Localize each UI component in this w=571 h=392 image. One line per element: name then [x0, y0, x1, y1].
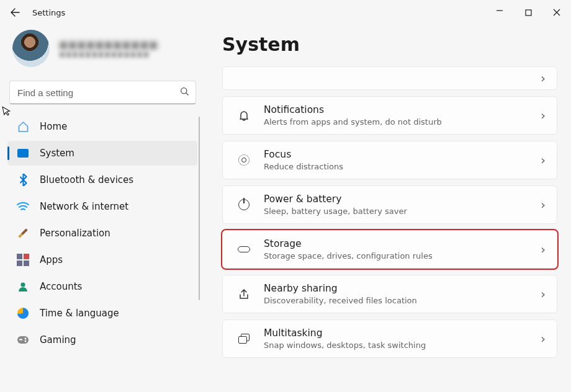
sidebar-item-gaming[interactable]: Gaming [7, 327, 197, 352]
focus-icon [235, 154, 253, 166]
page-heading: System [222, 33, 557, 55]
window-minimize-button[interactable] [485, 0, 514, 23]
sidebar-item-label: Network & internet [40, 201, 128, 212]
sidebar-item-label: Apps [40, 254, 63, 265]
settings-card-truncated[interactable]: › [222, 66, 557, 90]
card-title: Multitasking [264, 327, 541, 339]
svg-rect-8 [19, 339, 22, 341]
cursor-icon [1, 105, 12, 120]
sidebar-item-system[interactable]: System [7, 141, 197, 166]
chevron-right-icon: › [541, 153, 546, 167]
user-account-button[interactable]: ■■■■■■■■■■■ ■■■■■■■■■■■■■■ [6, 25, 199, 78]
card-subtitle: Sleep, battery usage, battery saver [264, 207, 541, 216]
sidebar-item-apps[interactable]: Apps [7, 247, 197, 272]
settings-card-power[interactable]: Power & battery Sleep, battery usage, ba… [222, 185, 557, 224]
sidebar-item-time[interactable]: Time & language [7, 301, 197, 326]
card-title: Focus [264, 149, 541, 161]
search-input[interactable] [16, 87, 180, 99]
search-box[interactable] [9, 81, 196, 104]
avatar [12, 30, 50, 67]
chevron-right-icon: › [541, 197, 546, 212]
settings-card-focus[interactable]: Focus Reduce distractions › [222, 141, 557, 179]
chevron-right-icon: › [541, 331, 546, 346]
sidebar-item-network[interactable]: Network & internet [7, 194, 197, 219]
time-icon [16, 306, 30, 320]
svg-point-4 [20, 282, 25, 287]
sidebar-item-personalization[interactable]: Personalization [7, 221, 197, 246]
sidebar-nav: Home System Bluetooth & devices Network … [6, 114, 199, 352]
user-email: ■■■■■■■■■■■■■■ [59, 50, 158, 58]
back-button[interactable] [5, 2, 25, 22]
svg-rect-1 [526, 10, 531, 16]
settings-card-nearby[interactable]: Nearby sharing Discoverability, received… [222, 275, 557, 313]
sidebar-scrollbar[interactable] [199, 117, 200, 300]
settings-card-storage[interactable]: Storage Storage space, drives, configura… [222, 230, 557, 269]
svg-rect-5 [17, 336, 29, 344]
sidebar-item-label: System [40, 148, 74, 159]
card-title: Nearby sharing [264, 283, 541, 295]
svg-point-7 [25, 341, 27, 342]
card-subtitle: Reduce distractions [264, 162, 541, 171]
window-maximize-button[interactable] [514, 0, 542, 25]
card-title: Power & battery [264, 194, 541, 205]
system-icon [16, 146, 30, 160]
window-title: Settings [32, 8, 65, 17]
window-close-button[interactable] [542, 0, 571, 25]
chevron-right-icon: › [541, 242, 546, 257]
user-name: ■■■■■■■■■■■ [59, 39, 158, 50]
storage-icon [235, 246, 253, 252]
card-title: Notifications [264, 104, 541, 116]
home-icon [16, 120, 30, 133]
search-icon [180, 87, 189, 99]
power-icon [235, 199, 253, 210]
multitasking-icon [235, 334, 253, 344]
accounts-icon [16, 280, 30, 293]
svg-point-2 [181, 87, 187, 93]
sidebar-item-label: Personalization [40, 228, 110, 239]
sidebar-item-label: Gaming [40, 334, 76, 345]
sidebar-item-label: Accounts [40, 281, 82, 292]
titlebar: Settings [0, 0, 571, 25]
settings-card-multitasking[interactable]: Multitasking Snap windows, desktops, tas… [222, 319, 557, 358]
sidebar-item-label: Bluetooth & devices [40, 174, 133, 185]
network-icon [16, 200, 30, 213]
personalization-icon [13, 223, 32, 243]
card-subtitle: Discoverability, received files location [264, 296, 541, 305]
card-subtitle: Storage space, drives, configuration rul… [264, 251, 541, 261]
card-subtitle: Alerts from apps and system, do not dist… [264, 117, 541, 127]
sidebar-item-home[interactable]: Home [7, 114, 197, 139]
sidebar-item-label: Time & language [40, 308, 119, 319]
chevron-right-icon: › [541, 108, 546, 123]
sidebar: ■■■■■■■■■■■ ■■■■■■■■■■■■■■ Home System [0, 25, 206, 392]
sidebar-item-accounts[interactable]: Accounts [7, 274, 197, 299]
svg-line-3 [186, 92, 189, 95]
card-title: Storage [264, 238, 541, 250]
settings-card-notifications[interactable]: Notifications Alerts from apps and syste… [222, 96, 557, 135]
sidebar-item-bluetooth[interactable]: Bluetooth & devices [7, 167, 197, 192]
gaming-icon [16, 333, 30, 347]
sidebar-item-label: Home [40, 121, 67, 132]
bluetooth-icon [16, 173, 30, 187]
apps-icon [16, 253, 30, 267]
card-subtitle: Snap windows, desktops, task switching [264, 341, 541, 350]
notifications-icon [235, 110, 253, 121]
main-content: System › Notifications Alerts from apps … [206, 25, 571, 392]
nearby-sharing-icon [235, 288, 253, 300]
chevron-right-icon: › [541, 287, 546, 301]
chevron-right-icon: › [541, 71, 546, 86]
svg-point-6 [25, 338, 27, 340]
